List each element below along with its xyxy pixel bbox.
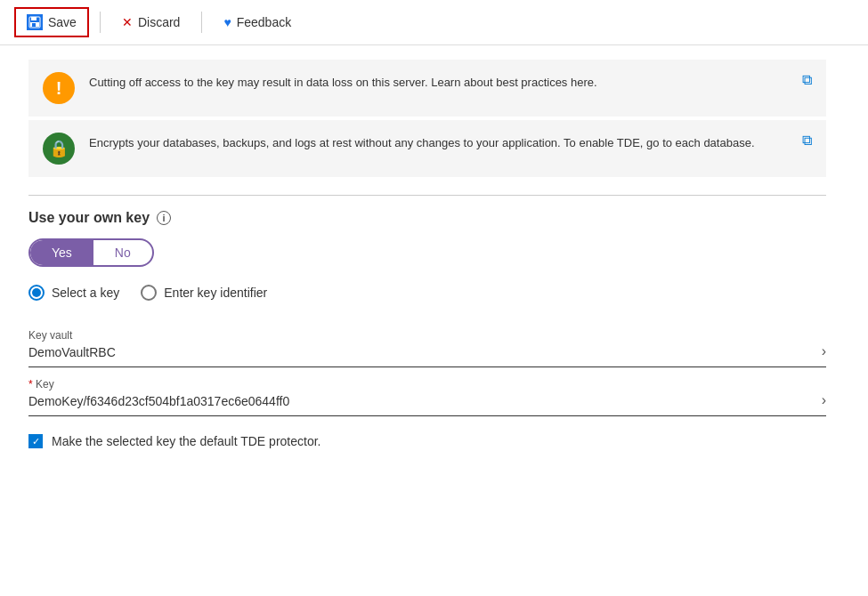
save-button[interactable]: Save bbox=[14, 7, 89, 37]
no-toggle-button[interactable]: No bbox=[93, 240, 152, 265]
feedback-button[interactable]: ♥ Feedback bbox=[213, 10, 302, 35]
toolbar-divider bbox=[100, 12, 101, 33]
key-vault-chevron-icon: › bbox=[822, 343, 826, 359]
discard-button[interactable]: ✕ Discard bbox=[111, 10, 191, 35]
info-external-link[interactable]: ⧉ bbox=[802, 133, 812, 149]
save-icon bbox=[27, 14, 43, 30]
info-alert: 🔒 Encrypts your databases, backups, and … bbox=[28, 120, 826, 177]
section-title-text: Use your own key bbox=[28, 210, 150, 226]
warning-text: Cutting off access to the key may result… bbox=[89, 72, 812, 92]
enter-identifier-label: Enter key identifier bbox=[164, 286, 267, 300]
key-content: Key DemoKey/f6346d23cf504bf1a0317ec6e064… bbox=[28, 378, 822, 408]
warning-icon: ! bbox=[43, 72, 75, 104]
tde-icon: 🔒 bbox=[43, 133, 75, 165]
feedback-icon: ♥ bbox=[223, 15, 231, 29]
enter-identifier-radio-circle bbox=[141, 285, 157, 301]
feedback-label: Feedback bbox=[237, 15, 291, 29]
warning-alert: ! Cutting off access to the key may resu… bbox=[28, 60, 826, 117]
warning-external-link[interactable]: ⧉ bbox=[802, 72, 812, 88]
svg-rect-3 bbox=[32, 23, 36, 27]
toolbar: Save ✕ Discard ♥ Feedback bbox=[0, 0, 868, 45]
key-value: DemoKey/f6346d23cf504bf1a0317ec6e0644ff0 bbox=[28, 394, 822, 408]
discard-label: Discard bbox=[138, 15, 180, 29]
select-key-label: Select a key bbox=[52, 286, 119, 300]
yes-no-toggle[interactable]: Yes No bbox=[28, 238, 154, 267]
key-selection-radio-group: Select a key Enter key identifier bbox=[28, 285, 826, 301]
key-vault-label: Key vault bbox=[28, 329, 822, 342]
discard-icon: ✕ bbox=[122, 15, 133, 29]
key-chevron-icon: › bbox=[822, 392, 826, 408]
info-tooltip-icon[interactable]: i bbox=[157, 211, 171, 225]
default-tde-label: Make the selected key the default TDE pr… bbox=[52, 434, 320, 448]
section-separator bbox=[28, 195, 826, 196]
key-label: Key bbox=[28, 378, 822, 391]
svg-rect-1 bbox=[31, 17, 37, 20]
key-field[interactable]: Key DemoKey/f6346d23cf504bf1a0317ec6e064… bbox=[28, 367, 826, 416]
toolbar-divider-2 bbox=[201, 12, 202, 33]
key-vault-content: Key vault DemoVaultRBC bbox=[28, 329, 822, 359]
enter-identifier-radio[interactable]: Enter key identifier bbox=[141, 285, 267, 301]
select-key-radio-circle bbox=[28, 285, 45, 301]
select-key-radio[interactable]: Select a key bbox=[28, 285, 119, 301]
default-tde-checkbox[interactable] bbox=[28, 434, 43, 448]
key-vault-field[interactable]: Key vault DemoVaultRBC › bbox=[28, 318, 826, 367]
yes-toggle-button[interactable]: Yes bbox=[30, 240, 93, 265]
section-title: Use your own key i bbox=[28, 210, 826, 226]
save-label: Save bbox=[48, 15, 77, 29]
default-tde-checkbox-row[interactable]: Make the selected key the default TDE pr… bbox=[28, 434, 826, 448]
main-content: ! Cutting off access to the key may resu… bbox=[0, 45, 855, 463]
key-vault-value: DemoVaultRBC bbox=[28, 345, 822, 359]
info-text: Encrypts your databases, backups, and lo… bbox=[89, 133, 812, 152]
